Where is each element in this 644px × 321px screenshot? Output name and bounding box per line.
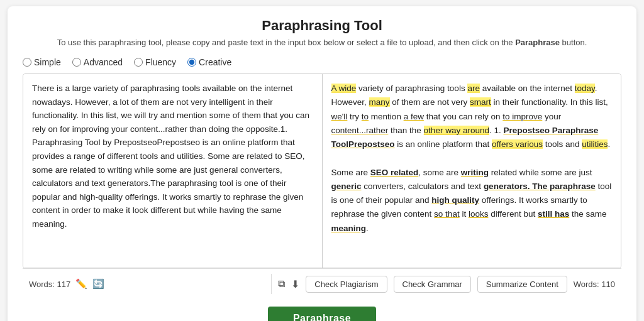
mode-advanced-label: Advanced (84, 57, 123, 67)
mode-advanced[interactable]: Advanced (72, 57, 123, 67)
check-plagiarism-button[interactable]: Check Plagiarism (306, 276, 387, 293)
output-word-utilities: utilities (582, 139, 608, 149)
output-text: A wide variety of paraphrasing tools are… (331, 82, 613, 236)
edit-icon[interactable]: ✏️ (75, 278, 87, 290)
editors-container: There is a large variety of paraphrasing… (23, 73, 621, 268)
summarize-button[interactable]: Summarize Content (477, 276, 567, 293)
output-word-writing: writing (461, 168, 489, 177)
output-word-content: content...rather (331, 126, 389, 135)
output-word-afew: a few (404, 112, 424, 121)
page-title: Paraphrasing Tool (23, 18, 621, 34)
output-pane: A wide variety of paraphrasing tools are… (323, 74, 621, 268)
mode-simple[interactable]: Simple (23, 57, 61, 67)
word-count-left: Words: 117 (29, 280, 70, 289)
download-icon[interactable]: ⬇ (291, 278, 299, 290)
paraphrase-btn-row: Paraphrase (23, 307, 621, 321)
footer-right: ⧉ ⬇ Check Plagiarism Check Grammar Summa… (278, 276, 615, 293)
word-count-right: Words: 110 (574, 280, 615, 289)
paraphrase-button[interactable]: Paraphrase (268, 307, 376, 321)
main-container: Paraphrasing Tool To use this paraphrasi… (8, 6, 636, 321)
subtitle-bold: Paraphrase (515, 38, 560, 47)
mode-simple-label: Simple (34, 57, 61, 67)
output-word-toimprove: to improve (502, 112, 542, 121)
output-word-offers: offers various (492, 139, 543, 149)
output-word-well: we'll (331, 112, 348, 121)
subtitle-text: To use this paraphrasing tool, please co… (57, 38, 515, 47)
mode-fluency-radio[interactable] (134, 58, 143, 67)
output-word-meaning: meaning (331, 224, 367, 233)
output-word-seo: SEO related (370, 168, 419, 177)
output-word-are: are (467, 84, 480, 93)
check-grammar-button[interactable]: Check Grammar (394, 276, 471, 293)
output-word-generators: generators. The paraphrase (484, 182, 596, 191)
mode-creative-label: Creative (199, 57, 231, 67)
subtitle-end: button. (560, 38, 587, 47)
output-word-many: many (369, 97, 390, 107)
page-subtitle: To use this paraphrasing tool, please co… (23, 38, 621, 47)
mode-creative-radio[interactable] (187, 58, 196, 67)
refresh-icon[interactable]: 🔄 (92, 278, 104, 290)
mode-fluency[interactable]: Fluency (134, 57, 176, 67)
footer-row: Words: 117 ✏️ 🔄 ⧉ ⬇ Check Plagiarism Che… (23, 268, 621, 299)
copy-icon[interactable]: ⧉ (278, 278, 285, 290)
output-word-smart: smart (470, 97, 491, 107)
mode-advanced-radio[interactable] (72, 58, 81, 67)
output-word-today: today (575, 84, 595, 93)
output-word-wide: A wide (331, 84, 357, 93)
output-word-looks: looks (469, 209, 489, 219)
mode-selector: Simple Advanced Fluency Creative (23, 57, 621, 67)
footer-left: Words: 117 ✏️ 🔄 (29, 278, 130, 290)
footer-divider (136, 274, 272, 294)
mode-simple-radio[interactable] (23, 58, 31, 67)
output-word-highquality: high quality (431, 195, 479, 205)
output-word-generic: generic (331, 182, 362, 191)
output-word-to: to (362, 112, 369, 121)
input-textarea[interactable]: There is a large variety of paraphrasing… (23, 74, 323, 268)
output-word-stillhas: still has (538, 209, 569, 219)
mode-creative[interactable]: Creative (187, 57, 231, 67)
mode-fluency-label: Fluency (145, 57, 176, 67)
output-word-otherway: other way around (424, 126, 489, 135)
output-word-sothat: so that (434, 209, 460, 219)
